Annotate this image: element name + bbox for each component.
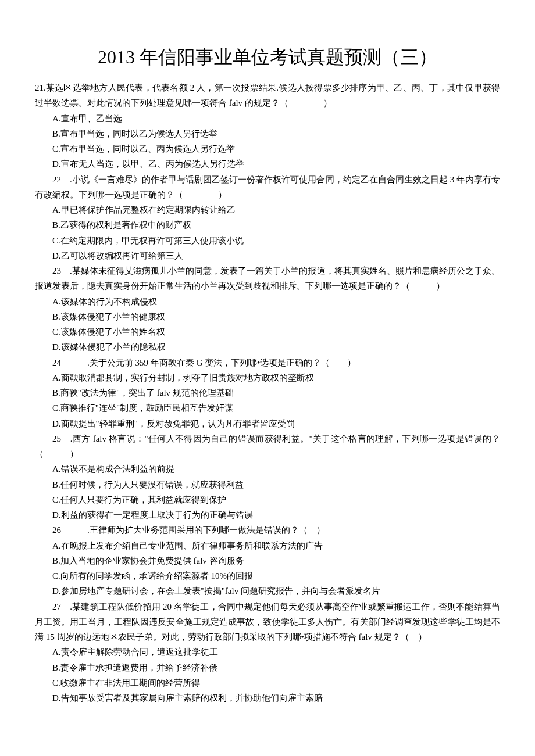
question-option: B.该媒体侵犯了小兰的健康权 <box>35 309 500 324</box>
question-option: C.收缴雇主在非法用工期间的经营所得 <box>35 675 500 690</box>
question-option: D.利益的获得在一定程度上取决于行为的正确与错误 <box>35 507 500 522</box>
question-option: A.在晚报上发布介绍自己专业范围、所在律师事务所和联系方法的广告 <box>35 538 500 553</box>
question-option: C.任何人只要行为正确，其利益就应得到保护 <box>35 492 500 507</box>
question-option: D.乙可以将改编权再许可给第三人 <box>35 248 500 263</box>
question-option: D.该媒体侵犯了小兰的隐私权 <box>35 339 500 354</box>
question-stem: 27 .某建筑工程队低价招用 20 名学徒工，合同中规定他们每天必须从事高空作业… <box>35 599 500 645</box>
question-stem: 21.某选区选举地方人民代表，代表名额 2 人，第一次投票结果.候选人按得票多少… <box>35 80 500 111</box>
question-option: A.宣布甲、乙当选 <box>35 111 500 126</box>
question-stem: 26 .王律师为扩大业务范围采用的下列哪一做法是错误的？（ ） <box>35 522 500 538</box>
question-option: A.甲已将保护作品完整权在约定期限内转让给乙 <box>35 202 500 217</box>
question-option: D.告知事故受害者及其家属向雇主索赔的权利，并协助他们向雇主索赔 <box>35 690 500 705</box>
question-option: B.任何时候，行为人只要没有错误，就应获得利益 <box>35 477 500 492</box>
question-option: B.商鞅"改法为律"，突出了 falv 规范的伦理基础 <box>35 385 500 400</box>
question-option: B.加入当地的企业家协会并免费提供 falv 咨询服务 <box>35 553 500 568</box>
page-title: 2013 年信阳事业单位考试真题预测（三） <box>35 41 500 73</box>
question-option: A.错误不是构成合法利益的前提 <box>35 461 500 476</box>
question-option: C.该媒体侵犯了小兰的姓名权 <box>35 324 500 339</box>
exam-body: 21.某选区选举地方人民代表，代表名额 2 人，第一次投票结果.候选人按得票多少… <box>35 80 500 705</box>
question-option: D.商鞅提出"轻罪重刑"，反对赦免罪犯，认为凡有罪者皆应受罚 <box>35 416 500 431</box>
question-option: B.责令雇主承担遣返费用，并给予经济补偿 <box>35 660 500 675</box>
question-option: D.参加房地产专题研讨会，在会上发表"按揭"falv 问题研究报告，并向与会者派… <box>35 583 500 599</box>
question-option: B.宣布甲当选，同时以乙为候选人另行选举 <box>35 126 500 141</box>
question-stem: 22 .小说《一言难尽》的作者甲与话剧团乙签订一份著作权许可使用合同，约定乙在自… <box>35 172 500 203</box>
question-option: C.宣布甲当选，同时以乙、丙为候选人另行选举 <box>35 141 500 156</box>
question-stem: 24 .关于公元前 359 年商鞅在秦 G 变法，下列哪•选项是正确的？（ ） <box>35 355 500 370</box>
question-stem: 23 .某媒体未征得艾滋病孤儿小兰的同意，发表了一篇关于小兰的报道，将其真实姓名… <box>35 263 500 294</box>
question-option: C.向所有的同学发函，承诺给介绍案源者 10%的回报 <box>35 568 500 583</box>
question-option: C.在约定期限内，甲无权再许可第三人使用该小说 <box>35 233 500 248</box>
question-stem: 25 .西方 falv 格言说："任何人不得因为自己的错误而获得利益。"关于这个… <box>35 431 500 462</box>
question-option: C.商鞅推行"连坐"制度，鼓励臣民相互告发奸谋 <box>35 400 500 415</box>
question-option: D.宣布无人当选，以甲、乙、丙为候选人另行选举 <box>35 156 500 171</box>
question-option: B.乙获得的权利是著作权中的财产权 <box>35 217 500 232</box>
question-option: A.商鞅取消郡县制，实行分封制，剥夺了旧贵族对地方政权的垄断权 <box>35 370 500 385</box>
question-option: A.责令雇主解除劳动合同，遣返这批学徒工 <box>35 644 500 660</box>
question-option: A.该媒体的行为不构成侵权 <box>35 294 500 309</box>
